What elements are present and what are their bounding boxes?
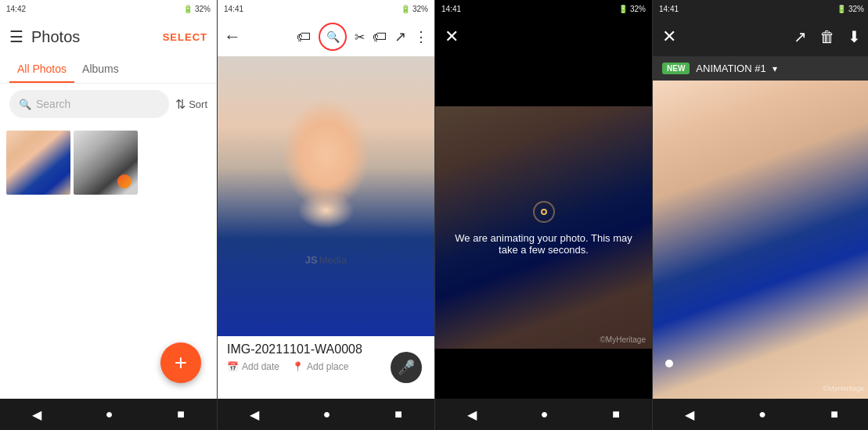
photo-thumb-2[interactable]	[74, 131, 138, 195]
status-bar-3: 14:41 🔋 32%	[435, 0, 652, 17]
select-button[interactable]: SELECT	[163, 31, 207, 43]
status-icons-1: 🔋 32%	[183, 5, 211, 13]
mic-button[interactable]: 🎤	[391, 352, 422, 383]
watermark-4: ©MyHeritage	[823, 385, 864, 392]
panel-animation-loading: 14:41 🔋 32% ✕ We are animating your phot…	[435, 0, 652, 430]
battery-icon: 🔋	[183, 5, 193, 13]
back-nav-icon[interactable]: ◀	[32, 407, 41, 422]
sort-icon: ⇅	[175, 97, 185, 112]
home-nav-icon[interactable]: ●	[106, 407, 113, 421]
search-placeholder: Search	[36, 98, 70, 110]
back-nav-3[interactable]: ◀	[467, 407, 477, 422]
panel-photo-detail: 14:41 🔋 32% ← 🏷 🔍 ✂ 🏷 ↗ ⋮ JS Media IMG-2…	[218, 0, 434, 430]
fab-button[interactable]: +	[160, 342, 201, 383]
battery-icon-4: 🔋 32%	[837, 5, 864, 13]
recent-nav-3[interactable]: ■	[612, 407, 620, 421]
crop-icon[interactable]: ✂	[355, 30, 365, 45]
recent-nav-2[interactable]: ■	[394, 407, 402, 421]
sort-button[interactable]: ⇅ Sort	[175, 97, 207, 112]
share-icon[interactable]: ↗	[394, 28, 406, 45]
watermark-3: ©MyHeritage	[600, 335, 646, 344]
nav-bar-2: ◀ ● ■	[218, 399, 434, 430]
photo-dark-container: We are animating your photo. This may ta…	[435, 56, 652, 399]
toolbar-2: ← 🏷 🔍 ✂ 🏷 ↗ ⋮	[218, 17, 434, 56]
panel-photos-app: 14:42 🔋 32% ☰ Photos SELECT All Photos A…	[0, 0, 217, 430]
add-date-label: Add date	[242, 361, 279, 372]
status-time-2: 14:41	[224, 5, 243, 13]
photos-grid: +	[0, 124, 217, 399]
close-button-3[interactable]: ✕	[445, 27, 459, 47]
close-button-4[interactable]: ✕	[662, 27, 676, 47]
mic-icon: 🎤	[398, 359, 415, 376]
loading-overlay: We are animating your photo. This may ta…	[435, 106, 652, 349]
home-nav-4[interactable]: ●	[758, 407, 766, 421]
status-bar-4: 14:41 🔋 32%	[653, 0, 868, 17]
home-nav-2[interactable]: ●	[323, 407, 331, 421]
search-photo-icon[interactable]: 🔍	[319, 23, 347, 51]
toolbar-1: ☰ Photos SELECT	[0, 17, 217, 56]
back-nav-2[interactable]: ◀	[250, 407, 259, 422]
battery-icon-3: 🔋 32%	[618, 5, 646, 13]
toolbar-3: ✕	[435, 17, 652, 56]
nav-bar-3: ◀ ● ■	[435, 399, 652, 430]
fab-icon: +	[175, 350, 187, 375]
tag-icon[interactable]: 🏷	[297, 29, 311, 45]
animation-label: ANIMATION #1	[696, 63, 765, 74]
main-photo: JS Media	[218, 56, 434, 336]
tool-icons: 🏷 🔍 ✂ 🏷 ↗ ⋮	[297, 23, 428, 51]
battery-percent: 32%	[195, 5, 211, 13]
sort-label: Sort	[189, 99, 207, 110]
toolbar-4: ✕ ↗ 🗑 ⬇	[653, 17, 868, 56]
result-photo: ©MyHeritage	[653, 81, 868, 399]
status-bar-1: 14:42 🔋 32%	[0, 0, 217, 17]
photo-thumb-1[interactable]	[6, 131, 70, 195]
chevron-down-icon[interactable]: ▾	[773, 63, 777, 74]
add-place-item[interactable]: 📍 Add place	[292, 361, 348, 372]
animated-photo	[653, 81, 868, 399]
delete-icon-4[interactable]: 🗑	[819, 28, 835, 46]
status-time-4: 14:41	[659, 5, 679, 13]
toolbar-4-right: ↗ 🗑 ⬇	[794, 27, 861, 46]
back-button-2[interactable]: ←	[224, 27, 241, 47]
status-bar-2: 14:41 🔋 32%	[218, 0, 434, 17]
nav-bar-4: ◀ ● ■	[653, 399, 868, 430]
app-title: Photos	[31, 28, 80, 46]
add-place-label: Add place	[307, 361, 348, 372]
photo-info: IMG-20211101-WA0008 📅 Add date 📍 Add pla…	[218, 336, 434, 399]
animation-header: NEW ANIMATION #1 ▾	[653, 56, 868, 81]
status-icons-2: 🔋 32%	[401, 5, 428, 13]
calendar-icon: 📅	[227, 361, 239, 372]
photo-filename: IMG-20211101-WA0008	[227, 342, 425, 357]
download-icon-4[interactable]: ⬇	[848, 27, 861, 46]
panel-animation-result: 14:41 🔋 32% ✕ ↗ 🗑 ⬇ NEW ANIMATION #1 ▾ ©…	[653, 0, 868, 430]
back-nav-4[interactable]: ◀	[685, 407, 694, 422]
status-time-1: 14:42	[6, 5, 26, 13]
share-icon-4[interactable]: ↗	[794, 27, 807, 46]
search-box[interactable]: 🔍 Search	[9, 90, 169, 118]
tab-all-photos[interactable]: All Photos	[9, 56, 74, 83]
watermark-2: JS Media	[305, 254, 347, 266]
search-sort-row: 🔍 Search ⇅ Sort	[0, 84, 217, 124]
location-icon: 📍	[292, 361, 304, 372]
recent-nav-4[interactable]: ■	[830, 407, 838, 421]
nav-bar-1: ◀ ● ■	[0, 399, 217, 430]
more-icon[interactable]: ⋮	[414, 28, 428, 45]
add-date-item[interactable]: 📅 Add date	[227, 361, 279, 372]
loading-text: We are animating your photo. This may ta…	[435, 232, 652, 256]
play-dot-indicator	[665, 360, 673, 367]
tabs-row: All Photos Albums	[0, 56, 217, 84]
new-badge: NEW	[662, 63, 690, 74]
recent-nav-icon[interactable]: ■	[177, 407, 185, 421]
search-icon: 🔍	[19, 99, 31, 110]
battery-icon-2: 🔋 32%	[401, 5, 428, 13]
tab-albums[interactable]: Albums	[74, 56, 127, 83]
status-time-3: 14:41	[441, 5, 461, 13]
home-nav-3[interactable]: ●	[541, 407, 549, 421]
hamburger-icon[interactable]: ☰	[9, 27, 23, 46]
label-icon[interactable]: 🏷	[373, 29, 387, 45]
